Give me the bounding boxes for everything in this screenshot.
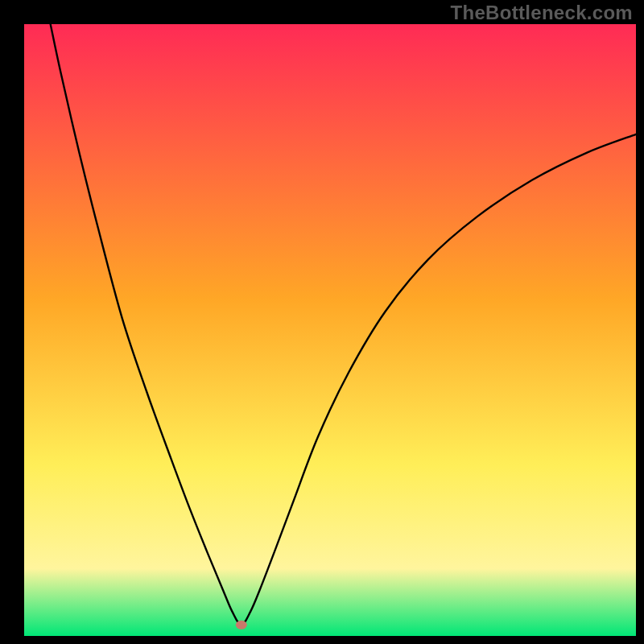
watermark-text: TheBottleneck.com	[451, 2, 633, 24]
chart-svg	[0, 0, 644, 644]
plot-background-gradient	[24, 24, 636, 636]
chart-frame: TheBottleneck.com	[0, 0, 644, 644]
optimal-point-marker	[236, 621, 247, 630]
